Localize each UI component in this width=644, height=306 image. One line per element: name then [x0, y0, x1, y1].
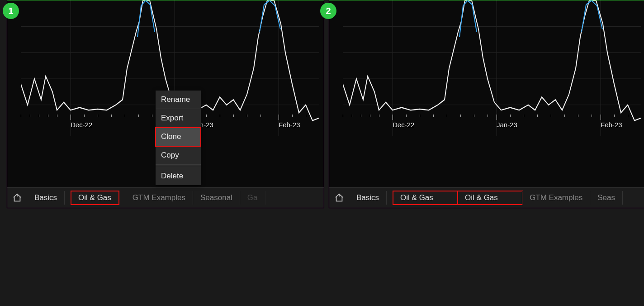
- series-primary: [343, 0, 641, 120]
- x-axis: Dec-22 Jan-23 Feb-23: [343, 115, 641, 128]
- home-icon[interactable]: [7, 188, 27, 208]
- menu-item-clone[interactable]: Clone: [156, 128, 201, 146]
- tab-bar: Basics Oil & Gas Oil & Gas GTM Examples …: [329, 187, 644, 208]
- step-badge-2: 2: [320, 3, 336, 19]
- tab-context-menu: Rename Export Clone Copy Delete: [156, 91, 201, 185]
- tab-seasonal[interactable]: Seas: [590, 191, 623, 205]
- menu-item-delete[interactable]: Delete: [156, 167, 201, 185]
- tab-gtm-examples[interactable]: GTM Examples: [125, 191, 193, 205]
- tab-basics[interactable]: Basics: [27, 191, 65, 205]
- axis-label: Dec-22: [393, 121, 414, 129]
- step-badge-1: 1: [3, 3, 19, 19]
- menu-item-export[interactable]: Export: [156, 109, 201, 128]
- tab-basics[interactable]: Basics: [349, 191, 387, 205]
- menu-divider: [156, 166, 201, 166]
- tab-oil-gas[interactable]: Oil & Gas: [393, 191, 458, 205]
- menu-item-rename[interactable]: Rename: [156, 91, 201, 109]
- tab-gtm-examples[interactable]: GTM Examples: [522, 191, 590, 205]
- tab-bar: Basics Oil & Gas GTM Examples Seasonal G…: [7, 187, 324, 208]
- tab-seasonal[interactable]: Seasonal: [193, 191, 240, 205]
- tab-oil-gas[interactable]: Oil & Gas: [71, 191, 119, 205]
- axis-label: Feb-23: [601, 121, 622, 129]
- axis-label: Jan-23: [497, 121, 517, 129]
- axis-label: Dec-22: [71, 121, 92, 129]
- tab-oil-gas-clone[interactable]: Oil & Gas: [458, 191, 522, 205]
- panel-before: Dec-22 Jan-23 Feb-23 Rename Export Clone…: [7, 0, 324, 208]
- menu-item-copy[interactable]: Copy: [156, 146, 201, 165]
- home-icon[interactable]: [329, 188, 349, 208]
- tab-extra[interactable]: Ga: [240, 191, 265, 205]
- panel-after: Dec-22 Jan-23 Feb-23 Basics Oil & Gas Oi…: [329, 0, 644, 208]
- axis-label: Feb-23: [279, 121, 300, 129]
